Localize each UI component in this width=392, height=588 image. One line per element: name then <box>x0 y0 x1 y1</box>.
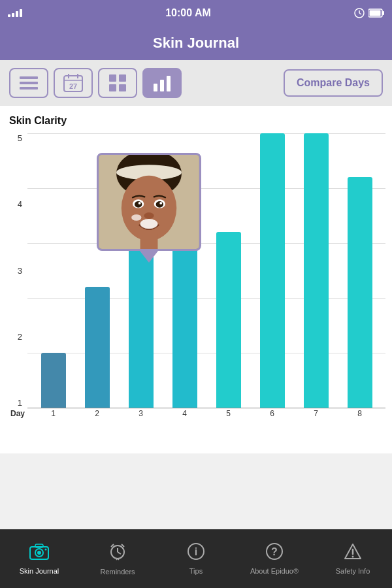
y-label-3: 3 <box>7 266 25 276</box>
svg-rect-20 <box>167 76 171 91</box>
svg-rect-25 <box>140 234 158 249</box>
svg-rect-5 <box>382 11 384 15</box>
bar-3 <box>129 243 154 408</box>
chart-area: Skin Clarity 5 4 3 2 1 <box>0 106 392 453</box>
x-label-6: 6 <box>250 409 294 418</box>
nav-item-tips[interactable]: i Tips <box>157 543 235 575</box>
bar-group-1[interactable] <box>31 133 75 408</box>
bar-chart-icon <box>153 74 171 91</box>
calendar-view-button[interactable]: 27 <box>54 68 93 98</box>
info-icon: i <box>188 543 204 564</box>
compare-days-button[interactable]: Compare Days <box>284 69 383 97</box>
nav-label-safety: Safety Info <box>336 567 370 575</box>
status-left <box>8 9 22 17</box>
svg-line-42 <box>118 552 121 554</box>
svg-rect-17 <box>119 84 126 91</box>
nav-label-journal: Skin Journal <box>20 567 59 575</box>
svg-point-28 <box>135 201 142 208</box>
svg-point-31 <box>159 202 162 204</box>
svg-text:i: i <box>195 546 197 557</box>
x-label-3: 3 <box>119 409 163 418</box>
svg-rect-19 <box>160 80 164 91</box>
nav-label-reminders: Reminders <box>100 568 135 576</box>
x-label-5: 5 <box>206 409 250 418</box>
app-header: Skin Journal <box>0 26 392 60</box>
list-icon <box>20 75 38 91</box>
y-axis: 5 4 3 2 1 <box>7 133 25 408</box>
svg-rect-15 <box>119 74 126 82</box>
chart-title: Skin Clarity <box>7 115 385 127</box>
svg-rect-6 <box>20 76 38 79</box>
calendar-icon: 27 <box>63 73 83 93</box>
bar-6 <box>260 133 285 408</box>
list-view-button[interactable] <box>9 68 48 98</box>
nav-item-reminders[interactable]: Reminders <box>78 542 157 576</box>
svg-point-32 <box>144 212 154 219</box>
x-label-8: 8 <box>338 409 382 418</box>
y-label-1: 1 <box>7 398 25 408</box>
bars-container <box>27 133 385 408</box>
grid-line-0 <box>27 408 385 408</box>
nav-item-safety[interactable]: Safety Info <box>314 543 392 575</box>
status-time: 10:00 AM <box>165 7 211 19</box>
svg-rect-7 <box>20 82 38 84</box>
nav-item-about[interactable]: ? About Epiduo® <box>235 543 314 575</box>
portrait-image <box>99 155 199 249</box>
svg-text:?: ? <box>271 546 278 557</box>
x-label-4: 4 <box>163 409 206 418</box>
bar-4 <box>172 237 197 408</box>
toolbar: 27 Compare Days <box>0 60 392 106</box>
status-bar: 10:00 AM <box>0 0 392 26</box>
bar-8 <box>348 177 372 408</box>
alarm-icon <box>108 542 127 565</box>
x-label-7: 7 <box>294 409 338 418</box>
nav-label-about: About Epiduo® <box>250 567 299 575</box>
camera-icon <box>29 543 49 564</box>
svg-point-24 <box>122 176 176 241</box>
photo-frame <box>97 153 201 251</box>
svg-point-39 <box>45 549 47 551</box>
svg-point-33 <box>140 219 158 229</box>
signal-icon <box>8 9 22 17</box>
grid-icon <box>108 74 127 92</box>
battery-icon <box>368 8 384 18</box>
bar-group-6[interactable] <box>250 133 294 408</box>
chart-container: 5 4 3 2 1 <box>7 133 385 453</box>
svg-text:27: 27 <box>69 82 77 90</box>
bar-group-8[interactable] <box>338 133 382 408</box>
bar-group-7[interactable] <box>294 133 338 408</box>
chart-view-button[interactable] <box>142 68 182 98</box>
svg-line-2 <box>359 13 361 14</box>
x-axis: 1 2 3 4 5 6 7 8 <box>27 409 385 418</box>
photo-popup[interactable] <box>97 153 201 263</box>
status-right <box>354 8 384 18</box>
svg-point-30 <box>139 202 141 204</box>
question-icon: ? <box>266 543 283 564</box>
x-axis-day-label: Day <box>7 409 27 418</box>
bar-2 <box>85 287 110 408</box>
app-title: Skin Journal <box>153 35 239 52</box>
svg-rect-16 <box>109 84 116 91</box>
clock-status-icon <box>354 8 365 18</box>
bottom-nav: Skin Journal Reminders i Tips <box>0 529 392 588</box>
svg-rect-8 <box>20 87 38 90</box>
bar-group-5[interactable] <box>206 133 250 408</box>
svg-rect-38 <box>35 544 43 547</box>
bar-5 <box>216 232 241 408</box>
svg-rect-14 <box>109 74 116 82</box>
nav-item-journal[interactable]: Skin Journal <box>0 543 78 575</box>
svg-point-37 <box>37 551 41 555</box>
svg-point-34 <box>131 214 141 221</box>
warning-icon <box>344 543 362 564</box>
bar-1 <box>41 353 66 408</box>
x-label-1: 1 <box>31 409 75 418</box>
x-label-2: 2 <box>75 409 119 418</box>
bar-7 <box>304 133 329 408</box>
svg-rect-18 <box>154 84 157 91</box>
nav-label-tips: Tips <box>189 567 203 575</box>
y-label-5: 5 <box>7 133 25 143</box>
svg-point-53 <box>352 556 354 558</box>
grid-view-button[interactable] <box>98 68 137 98</box>
y-label-4: 4 <box>7 199 25 209</box>
svg-rect-4 <box>370 10 381 16</box>
